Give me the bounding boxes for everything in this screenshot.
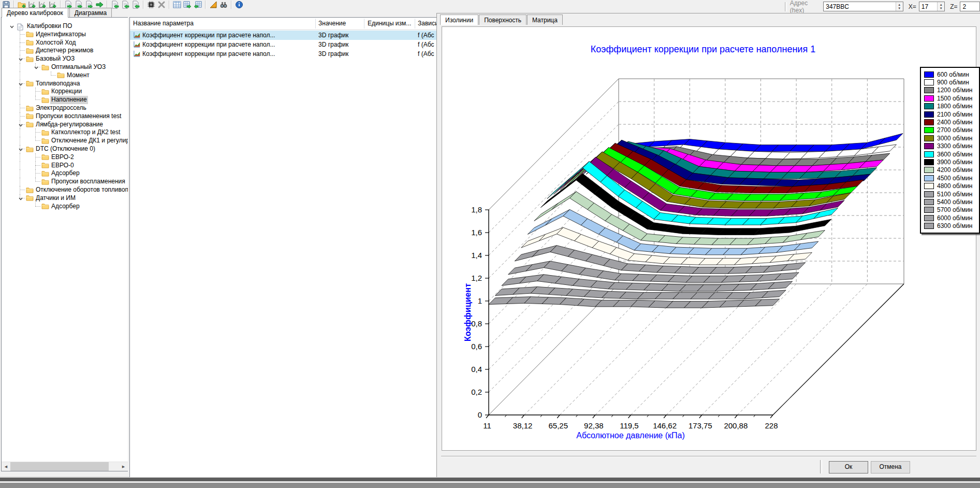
tree-item-label[interactable]: Момент	[66, 71, 91, 80]
measure-icon[interactable]	[209, 0, 218, 9]
tree-item-row[interactable]: Электродроссель	[2, 104, 128, 112]
address-value[interactable]: 347BBC	[824, 3, 896, 10]
tree-item-label[interactable]: Отключение ДК1 и регулирования	[50, 137, 128, 145]
table-export-icon[interactable]	[183, 0, 192, 9]
svg-text:Коэффициент коррекции при расч: Коэффициент коррекции при расчете наполн…	[591, 44, 815, 54]
scroll-left-icon[interactable]: ◀	[2, 462, 10, 471]
tree-item-label[interactable]: Адсорбер	[50, 169, 81, 178]
legend-label: 3900 об/мин	[937, 159, 973, 166]
tree-item-label[interactable]: Электродроссель	[35, 104, 87, 112]
column-separator[interactable]	[315, 19, 316, 28]
scroll-right-icon[interactable]: ▶	[119, 462, 128, 471]
x-value[interactable]: 17	[919, 3, 937, 10]
tree-item-row[interactable]: Калибровки ПО	[2, 22, 128, 31]
tree-item-row[interactable]: Коррекции	[2, 88, 128, 96]
tree-item-label[interactable]: Пропуски воспламенения	[50, 178, 126, 186]
tree-item-label[interactable]: Топливоподача	[35, 80, 81, 88]
tree-item-label[interactable]: Катколлектор и ДК2 test	[50, 128, 121, 137]
tab-diagram[interactable]: Диаграмма	[69, 8, 112, 18]
tree-item-row[interactable]: Отключение ДК1 и регулирования	[2, 137, 128, 145]
tree-item-row[interactable]: Идентификаторы	[2, 31, 128, 39]
tree-item-row[interactable]: Катколлектор и ДК2 test	[2, 128, 128, 137]
tree-item-label[interactable]: Датчики и ИМ	[35, 194, 77, 203]
legend-item: 2100 об/мин	[923, 110, 977, 118]
read-chip-icon[interactable]	[147, 0, 156, 9]
tree-guide	[20, 116, 25, 117]
tree-item-label[interactable]: Наполнение	[50, 96, 88, 104]
tree-guide	[20, 42, 25, 43]
x-spinner[interactable]: ▲▼	[937, 2, 944, 11]
tree-item-label[interactable]: DTC (Отключение 0)	[35, 145, 96, 153]
tree-guide	[35, 96, 36, 100]
tree-guide	[35, 88, 36, 96]
tree-item-label[interactable]: Диспетчер режимов	[35, 47, 94, 55]
show-table-icon[interactable]	[172, 0, 182, 9]
calibration-tree-panel: Калибровки ПОИдентификаторыХолостой ХодД…	[1, 17, 128, 471]
column-separator[interactable]	[415, 19, 415, 28]
tree-item-label[interactable]: Пропуски воспламенения test	[35, 112, 122, 121]
tree-item-row[interactable]: Отключение оборотов топливоподачи	[2, 186, 128, 194]
tree-item-row[interactable]: Момент	[2, 71, 128, 80]
tree-item-label[interactable]: Адсорбер	[50, 203, 81, 211]
dialog-tab-isolines[interactable]: Изолинии	[440, 15, 478, 25]
tree-item-label[interactable]: Базовый УОЗ	[35, 55, 76, 63]
address-input[interactable]: 347BBC ▲▼	[823, 2, 903, 11]
tree-guide	[35, 165, 40, 166]
tree-item-row[interactable]: Пропуски воспламенения test	[2, 112, 128, 121]
tree-item-label[interactable]: ЕВРО-2	[50, 153, 75, 162]
tree-item-row[interactable]: Базовый УОЗ	[2, 55, 128, 63]
z-input[interactable]: 2	[960, 2, 980, 11]
tree-item-label[interactable]: Калибровки ПО	[26, 22, 73, 31]
column-header[interactable]: Единицы изм...	[368, 20, 411, 27]
tree-item-label[interactable]: Коррекции	[50, 88, 83, 96]
tree-item-row[interactable]: Наполнение	[2, 96, 128, 104]
folder-icon	[41, 203, 49, 212]
tree-item-row[interactable]: Холостой Ход	[2, 39, 128, 47]
tree-item-label[interactable]: ЕВРО-0	[50, 162, 75, 170]
tree-item-label[interactable]: Идентификаторы	[35, 31, 87, 39]
column-separator[interactable]	[364, 19, 364, 28]
svg-text:1,4: 1,4	[471, 251, 482, 260]
tree-guide	[20, 108, 25, 108]
tree-item-row[interactable]: ЕВРО-2	[2, 153, 128, 162]
z-value[interactable]: 2	[960, 3, 979, 10]
column-header[interactable]: Название параметра	[133, 20, 194, 27]
about-icon[interactable]	[235, 0, 244, 9]
address-spinner[interactable]: ▲▼	[896, 2, 903, 11]
legend-swatch	[924, 87, 934, 93]
column-header[interactable]: Значение	[318, 20, 346, 27]
table-import-icon[interactable]	[193, 0, 202, 9]
legend-item: 4500 об/мин	[923, 174, 977, 182]
search-icon[interactable]	[219, 0, 228, 9]
legend-item: 1800 об/мин	[923, 103, 977, 110]
cancel-button[interactable]: Отмена	[871, 461, 910, 473]
tree-item-label[interactable]: Холостой Ход	[35, 39, 77, 47]
tree-item-row[interactable]: Лямбда-регулирование	[2, 121, 128, 129]
tree-item-label[interactable]: Лямбда-регулирование	[35, 121, 104, 129]
cancel-operation-icon[interactable]	[157, 0, 166, 9]
scrollbar-thumb[interactable]	[10, 462, 109, 471]
tree-guide	[35, 132, 40, 133]
tree-item-row[interactable]: Диспетчер режимов	[2, 47, 128, 55]
tree-item-row[interactable]: Оптимальный УОЗ	[2, 63, 128, 71]
ok-button[interactable]: Ок	[829, 461, 868, 473]
tree-horizontal-scrollbar[interactable]: ◀ ▶	[2, 462, 128, 471]
import-all-icon[interactable]	[131, 0, 140, 9]
import-binary-icon[interactable]	[121, 0, 130, 9]
tree-item-row[interactable]: Топливоподача	[2, 80, 128, 88]
legend-swatch	[924, 111, 934, 118]
tree-item-row[interactable]: Адсорбер	[2, 169, 128, 178]
tree-item-row[interactable]: DTC (Отключение 0)	[2, 145, 128, 153]
tree-item-label[interactable]: Отключение оборотов топливоподачи	[35, 186, 128, 194]
tree-item-row[interactable]: ЕВРО-0	[2, 162, 128, 170]
tree-item-row[interactable]: Адсорбер	[2, 203, 128, 211]
tree-guide	[20, 190, 25, 190]
legend-item: 5700 об/мин	[923, 206, 977, 214]
x-input[interactable]: 17 ▲▼	[919, 2, 945, 11]
tab-tree[interactable]: Дерево калибровок	[2, 8, 68, 18]
tree-item-label[interactable]: Оптимальный УОЗ	[50, 63, 107, 71]
legend-swatch	[924, 143, 934, 149]
legend-swatch	[924, 95, 934, 102]
tree-item-row[interactable]: Пропуски воспламенения	[2, 178, 128, 186]
tree-item-row[interactable]: Датчики и ИМ	[2, 194, 128, 203]
